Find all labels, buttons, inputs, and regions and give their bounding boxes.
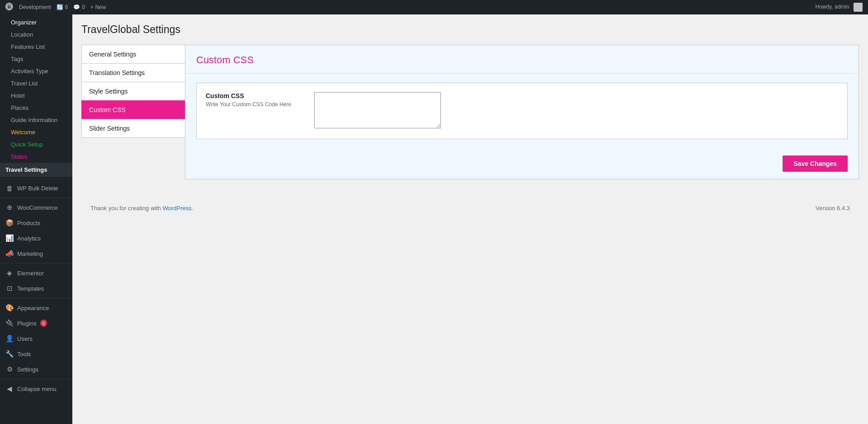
sidebar-item-hotel[interactable]: Hotel xyxy=(0,90,72,102)
wp-footer: Thank you for creating with WordPress. V… xyxy=(81,198,859,219)
comments-item[interactable]: 💬 0 xyxy=(73,4,85,10)
tools-icon: 🔧 xyxy=(5,350,14,358)
sidebar-item-activities-type[interactable]: Activities Type xyxy=(0,65,72,77)
sidebar-item-elementor[interactable]: ◈ Elementor xyxy=(0,265,72,281)
sidebar-item-welcome[interactable]: Welcome xyxy=(0,126,72,138)
settings-panel: Custom CSS Custom CSS Write Your Custom … xyxy=(185,45,859,179)
admin-avatar xyxy=(854,3,863,12)
collapse-label: Collapse menu xyxy=(17,386,57,392)
footer-thanks: Thank you for creating with xyxy=(90,205,163,212)
css-label: Custom CSS xyxy=(206,92,296,99)
sidebar-item-location[interactable]: Location xyxy=(0,28,72,41)
nav-style-settings[interactable]: Style Settings xyxy=(81,82,185,100)
admin-sidebar: Organizer Location Features List Tags Ac… xyxy=(0,14,72,424)
sidebar-item-marketing[interactable]: 📣 Marketing xyxy=(0,246,72,261)
sidebar-item-plugins[interactable]: 🔌 Plugins 6 xyxy=(0,316,72,331)
plugins-badge: 6 xyxy=(40,320,47,327)
templates-label: Templates xyxy=(17,285,44,292)
sidebar-item-features-list[interactable]: Features List xyxy=(0,41,72,53)
collapse-icon: ◀ xyxy=(5,385,14,393)
nav-custom-css[interactable]: Custom CSS xyxy=(81,100,185,119)
sidebar-item-guide-information[interactable]: Guide Information xyxy=(0,114,72,126)
analytics-icon: 📊 xyxy=(5,234,14,242)
wp-bulk-delete-icon: 🗑 xyxy=(5,184,14,192)
sidebar-item-travel-settings[interactable]: Travel Settings xyxy=(0,163,72,177)
nav-translation-settings[interactable]: Translation Settings xyxy=(81,63,185,82)
tools-label: Tools xyxy=(17,351,31,358)
products-label: Products xyxy=(17,220,40,226)
elementor-label: Elementor xyxy=(17,270,44,277)
templates-icon: ⊡ xyxy=(5,284,14,292)
comments-icon: 💬 xyxy=(73,4,80,10)
sidebar-item-products[interactable]: 📦 Products xyxy=(0,215,72,231)
howdy-text: Howdy, admin xyxy=(816,4,849,10)
page-title: TravelGlobal Settings xyxy=(81,24,859,36)
sidebar-item-travel-list[interactable]: Travel List xyxy=(0,77,72,90)
users-label: Users xyxy=(17,335,33,342)
sidebar-item-settings[interactable]: ⚙ Settings xyxy=(0,362,72,377)
custom-css-textarea[interactable] xyxy=(314,92,441,128)
marketing-icon: 📣 xyxy=(5,250,14,258)
nav-slider-settings[interactable]: Slider Settings xyxy=(81,119,185,138)
plugins-icon: 🔌 xyxy=(5,319,14,327)
new-content-button[interactable]: + New xyxy=(90,4,106,10)
main-content: TravelGlobal Settings General Settings T… xyxy=(72,14,868,424)
sidebar-item-templates[interactable]: ⊡ Templates xyxy=(0,281,72,296)
sidebar-item-quick-setup[interactable]: Quick Setup xyxy=(0,138,72,151)
wp-logo-icon[interactable]: 🅦 xyxy=(5,3,14,12)
wordpress-link[interactable]: WordPress xyxy=(163,205,192,212)
analytics-label: Analytics xyxy=(17,235,41,242)
sidebar-item-appearance[interactable]: 🎨 Appearance xyxy=(0,300,72,316)
settings-label: Settings xyxy=(17,366,38,373)
settings-navigation: General Settings Translation Settings St… xyxy=(81,45,185,179)
updates-item[interactable]: 🔄 6 xyxy=(57,4,68,10)
css-description: Write Your Custom CSS Code Here xyxy=(206,101,296,108)
woocommerce-label: WooCommerce xyxy=(17,204,58,211)
save-area: Save Changes xyxy=(185,148,859,179)
appearance-label: Appearance xyxy=(17,305,49,311)
admin-bar: 🅦 Development 🔄 6 💬 0 + New Howdy, admin xyxy=(0,0,868,14)
sidebar-item-places[interactable]: Places xyxy=(0,102,72,114)
sidebar-collapse-menu[interactable]: ◀ Collapse menu xyxy=(0,381,72,396)
sidebar-item-tools[interactable]: 🔧 Tools xyxy=(0,346,72,362)
plugins-label: Plugins xyxy=(17,320,37,327)
updates-icon: 🔄 xyxy=(57,4,63,10)
panel-title: Custom CSS xyxy=(185,45,859,74)
wp-bulk-delete-label: WP Bulk Delete xyxy=(17,185,58,192)
nav-general-settings[interactable]: General Settings xyxy=(81,45,185,63)
site-name[interactable]: Development xyxy=(19,4,51,10)
products-icon: 📦 xyxy=(5,219,14,227)
custom-css-row: Custom CSS Write Your Custom CSS Code He… xyxy=(196,83,848,139)
settings-icon: ⚙ xyxy=(5,365,14,373)
sidebar-item-users[interactable]: 👤 Users xyxy=(0,331,72,346)
sidebar-item-organizer[interactable]: Organizer xyxy=(0,16,72,28)
users-icon: 👤 xyxy=(5,334,14,343)
appearance-icon: 🎨 xyxy=(5,304,14,312)
save-changes-button[interactable]: Save Changes xyxy=(783,155,848,172)
sidebar-item-wp-bulk-delete[interactable]: 🗑 WP Bulk Delete xyxy=(0,181,72,196)
travel-settings-label: Travel Settings xyxy=(5,166,47,173)
sidebar-item-analytics[interactable]: 📊 Analytics xyxy=(0,231,72,246)
footer-version: Version 6.4.3 xyxy=(816,205,850,212)
elementor-icon: ◈ xyxy=(5,269,14,277)
sidebar-item-woocommerce[interactable]: ⊕ WooCommerce xyxy=(0,200,72,215)
sidebar-item-status[interactable]: Status xyxy=(0,151,72,163)
woocommerce-icon: ⊕ xyxy=(5,203,14,212)
marketing-label: Marketing xyxy=(17,250,43,257)
sidebar-item-tags[interactable]: Tags xyxy=(0,53,72,65)
